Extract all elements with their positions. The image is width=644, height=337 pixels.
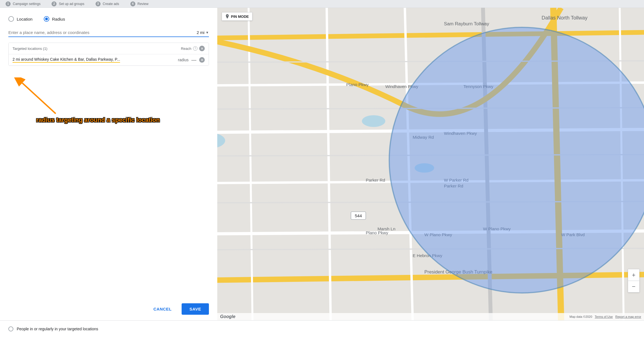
dialog-container: Location Radius 2 mi ▼ Targeted location…: [0, 8, 644, 320]
pin-mode-label: PIN MODE: [231, 14, 249, 19]
radio-radius-label: Radius: [52, 17, 65, 21]
nav-step-1[interactable]: 1 Campaign settings: [6, 1, 40, 6]
radio-circle-radius: [44, 16, 49, 22]
step-num-1: 1: [6, 1, 11, 6]
step-label-3: Create ads: [103, 2, 119, 6]
bottom-bar: People in or regularly in your targeted …: [0, 320, 644, 337]
search-input[interactable]: [8, 30, 191, 35]
map-attribution: Map data ©2020 Terms of Use Report a map…: [570, 315, 641, 318]
step-label-4: Review: [138, 2, 148, 6]
zoom-out-button[interactable]: −: [628, 281, 640, 292]
map-data-text: Map data ©2020: [570, 315, 592, 318]
radio-location-label: Location: [17, 17, 33, 21]
svg-point-17: [362, 115, 385, 127]
svg-text:Sam Rayburn Tollway: Sam Rayburn Tollway: [444, 21, 489, 26]
step-label-1: Campaign settings: [13, 2, 40, 6]
top-nav: 1 Campaign settings 2 Set up ad groups 3…: [0, 0, 644, 8]
map-panel: Dallas North Tollway Sam Rayburn Tollway…: [217, 8, 644, 320]
step-num-4: 4: [130, 1, 135, 6]
terms-link[interactable]: Terms of Use: [595, 315, 613, 318]
left-panel: Location Radius 2 mi ▼ Targeted location…: [0, 8, 217, 320]
targeted-title: Targeted locations (1): [13, 47, 47, 51]
pin-mode-button[interactable]: PIN MODE: [222, 12, 252, 21]
targeted-locations-box: Targeted locations (1) Reach ? ✕ 2 mi ar…: [8, 43, 209, 66]
targeted-location-row: 2 mi around Whiskey Cake Kitchen & Bar, …: [9, 54, 209, 65]
svg-text:544: 544: [355, 213, 362, 218]
radio-circle-location: [8, 16, 14, 22]
save-button[interactable]: SAVE: [182, 303, 209, 315]
close-all-icon[interactable]: ✕: [199, 46, 205, 51]
step-label-2: Set up ad groups: [59, 2, 84, 6]
reach-label: Reach: [181, 47, 191, 51]
radius-selector[interactable]: 2 mi ▼: [197, 30, 209, 35]
chevron-down-icon: ▼: [206, 31, 209, 35]
targeted-header: Targeted locations (1) Reach ? ✕: [9, 43, 209, 54]
svg-text:Dallas North Tollway: Dallas North Tollway: [541, 15, 588, 21]
minus-icon[interactable]: —: [191, 57, 196, 62]
radio-row: Location Radius: [8, 16, 209, 22]
nav-step-3[interactable]: 3 Create ads: [96, 1, 119, 6]
svg-line-1: [22, 83, 56, 114]
google-logo: Google: [220, 314, 235, 319]
step-num-2: 2: [52, 1, 57, 6]
targeted-location-text: 2 mi around Whiskey Cake Kitchen & Bar, …: [13, 57, 120, 63]
step-num-3: 3: [96, 1, 101, 6]
svg-text:Plano Pkwy: Plano Pkwy: [346, 82, 369, 87]
svg-text:Marsh Ln: Marsh Ln: [377, 226, 395, 231]
radio-radius[interactable]: Radius: [44, 16, 65, 22]
remove-location-icon[interactable]: ✕: [199, 57, 205, 63]
targeted-reach: Reach ? ✕: [181, 46, 205, 51]
zoom-controls: + −: [628, 269, 640, 292]
radius-tag: radius: [178, 58, 189, 62]
nav-step-2[interactable]: 2 Set up ad groups: [52, 1, 84, 6]
cancel-button[interactable]: CANCEL: [149, 304, 176, 314]
map-footer: Google Map data ©2020 Terms of Use Repor…: [217, 313, 644, 320]
bottom-buttons: CANCEL SAVE: [0, 303, 217, 315]
radius-value: 2: [197, 30, 199, 35]
pin-icon: [225, 14, 229, 19]
targeted-right: radius — ✕: [178, 57, 205, 63]
radius-unit: mi: [200, 30, 204, 35]
svg-text:Parker Rd: Parker Rd: [366, 178, 385, 182]
annotation-text: radius targeting around a specific locat…: [36, 116, 160, 124]
help-icon[interactable]: ?: [193, 46, 197, 51]
svg-point-47: [389, 27, 644, 293]
bottom-radio[interactable]: [8, 326, 13, 331]
nav-step-4[interactable]: 4 Review: [130, 1, 148, 6]
report-link[interactable]: Report a map error: [615, 315, 641, 318]
zoom-in-button[interactable]: +: [628, 269, 640, 281]
search-row: 2 mi ▼: [8, 30, 209, 37]
radio-location[interactable]: Location: [8, 16, 33, 22]
bottom-bar-text: People in or regularly in your targeted …: [17, 327, 98, 331]
map-background: Dallas North Tollway Sam Rayburn Tollway…: [217, 8, 644, 320]
